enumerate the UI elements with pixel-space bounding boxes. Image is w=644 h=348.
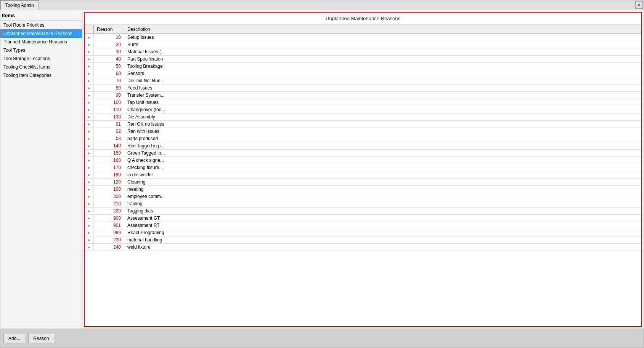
table-row[interactable]: ▶160Q A check signe...	[85, 157, 641, 164]
sidebar-item-tooling-checklist-items[interactable]: Tooling Checklist Items	[0, 63, 82, 71]
row-indicator: ▶	[85, 106, 94, 113]
reason-cell: 110	[94, 106, 124, 113]
panel-title: Unplanned Maintenance Reasons	[85, 13, 641, 25]
row-indicator: ▶	[85, 229, 94, 236]
description-cell: material handling	[124, 236, 641, 244]
table-row[interactable]: ▶130Die Assembly	[85, 113, 641, 121]
sidebar-item-tooling-item-categories[interactable]: Tooling Item Categories	[0, 71, 82, 80]
reason-cell: 210	[94, 200, 124, 208]
row-indicator: ▶	[85, 128, 94, 135]
description-cell: meeting	[124, 186, 641, 193]
tooling-admin-tab[interactable]: Tooling Admin	[0, 0, 39, 10]
table-header-row: Reason Description	[85, 25, 641, 34]
table-row[interactable]: ▶40Part Specification	[85, 56, 641, 63]
table-row[interactable]: ▶200employee comm...	[85, 193, 641, 200]
table-row[interactable]: ▶220Tagging dies	[85, 208, 641, 215]
reason-cell: 02	[94, 128, 124, 135]
table-row[interactable]: ▶03parts produced	[85, 135, 641, 142]
table-row[interactable]: ▶210training	[85, 200, 641, 208]
table-row[interactable]: ▶240weld fixture	[85, 244, 641, 251]
table-row[interactable]: ▶170checking fixture...	[85, 164, 641, 171]
row-indicator: ▶	[85, 236, 94, 244]
reason-cell: 120	[94, 179, 124, 186]
table-row[interactable]: ▶901Assessment RT	[85, 222, 641, 229]
reason-cell: 100	[94, 99, 124, 106]
reason-cell: 60	[94, 70, 124, 77]
sidebar-item-tool-types[interactable]: Tool Types	[0, 46, 82, 54]
table-row[interactable]: ▶120Cleaning	[85, 179, 641, 186]
reason-cell: 190	[94, 186, 124, 193]
description-cell: Red Tagged in p...	[124, 142, 641, 150]
table-row[interactable]: ▶110Changeover (too...	[85, 106, 641, 113]
table-row[interactable]: ▶150Green Tagged in...	[85, 150, 641, 157]
table-row[interactable]: ▶80Feed Issues	[85, 85, 641, 92]
close-button[interactable]: ×	[635, 1, 643, 9]
add-button[interactable]: Add...	[3, 334, 25, 343]
table-row[interactable]: ▶20Burrs	[85, 41, 641, 48]
description-cell: Cleaning	[124, 179, 641, 186]
description-cell: training	[124, 200, 641, 208]
table-row[interactable]: ▶999React Programing	[85, 229, 641, 236]
row-indicator: ▶	[85, 135, 94, 142]
table-row[interactable]: ▶190meeting	[85, 186, 641, 193]
table-container[interactable]: Reason Description ▶10Setup Issues▶20Bur…	[85, 25, 641, 326]
bottom-bar: Add... Reason	[0, 329, 644, 348]
main-window: Tooling Admin × Items Tool Room Prioriti…	[0, 0, 644, 348]
row-indicator: ▶	[85, 222, 94, 229]
reason-cell: 90	[94, 92, 124, 99]
title-bar: Tooling Admin ×	[0, 0, 644, 10]
row-indicator: ▶	[85, 186, 94, 193]
content-area: Items Tool Room Priorities Unplanned Mai…	[0, 10, 644, 329]
reason-cell: 70	[94, 77, 124, 85]
description-cell: parts produced	[124, 135, 641, 142]
reason-cell: 50	[94, 63, 124, 70]
row-indicator: ▶	[85, 179, 94, 186]
main-panel: Unplanned Maintenance Reasons Reason Des…	[84, 12, 642, 327]
row-indicator: ▶	[85, 113, 94, 121]
reason-cell: 40	[94, 56, 124, 63]
table-row[interactable]: ▶230material handling	[85, 236, 641, 244]
col-indicator	[85, 25, 94, 34]
reason-cell: 200	[94, 193, 124, 200]
sidebar-item-tool-storage-locations[interactable]: Tool Storage Locations	[0, 54, 82, 63]
sidebar-item-unplanned-maintenance-reasons[interactable]: Unplanned Maintenance Reasons	[0, 29, 82, 38]
description-cell: Ran OK no issues	[124, 121, 641, 128]
description-cell: Tagging dies	[124, 208, 641, 215]
row-indicator: ▶	[85, 215, 94, 222]
description-cell: Assessment GT	[124, 215, 641, 222]
table-row[interactable]: ▶100Tap Unit Issues	[85, 99, 641, 106]
table-row[interactable]: ▶180in die welder	[85, 171, 641, 179]
description-cell: Transfer System...	[124, 92, 641, 99]
reason-button[interactable]: Reason	[28, 334, 54, 343]
col-description: Description	[124, 25, 641, 34]
table-row[interactable]: ▶30Material Issues (...	[85, 48, 641, 56]
table-row[interactable]: ▶50Tooling Breakage	[85, 63, 641, 70]
table-row[interactable]: ▶01Ran OK no issues	[85, 121, 641, 128]
sidebar-header: Items	[0, 10, 82, 21]
table-row[interactable]: ▶90Transfer System...	[85, 92, 641, 99]
reason-cell: 220	[94, 208, 124, 215]
row-indicator: ▶	[85, 150, 94, 157]
row-indicator: ▶	[85, 157, 94, 164]
table-row[interactable]: ▶900Assessment GT	[85, 215, 641, 222]
reason-cell: 80	[94, 85, 124, 92]
row-indicator: ▶	[85, 244, 94, 251]
table-row[interactable]: ▶70Die Did Not Run...	[85, 77, 641, 85]
table-row[interactable]: ▶02Ran with issues	[85, 128, 641, 135]
table-row[interactable]: ▶140Red Tagged in p...	[85, 142, 641, 150]
sidebar-item-planned-maintenance-reasons[interactable]: Planned Maintenance Reasons	[0, 38, 82, 46]
table-row[interactable]: ▶60Sensors	[85, 70, 641, 77]
description-cell: Sensors	[124, 70, 641, 77]
sidebar-item-tool-room-priorities[interactable]: Tool Room Priorities	[0, 21, 82, 29]
table-row[interactable]: ▶10Setup Issues	[85, 34, 641, 41]
row-indicator: ▶	[85, 171, 94, 179]
reason-cell: 01	[94, 121, 124, 128]
description-cell: weld fixture	[124, 244, 641, 251]
reason-cell: 230	[94, 236, 124, 244]
row-indicator: ▶	[85, 142, 94, 150]
reason-cell: 03	[94, 135, 124, 142]
reason-cell: 10	[94, 34, 124, 41]
description-cell: React Programing	[124, 229, 641, 236]
row-indicator: ▶	[85, 121, 94, 128]
row-indicator: ▶	[85, 208, 94, 215]
